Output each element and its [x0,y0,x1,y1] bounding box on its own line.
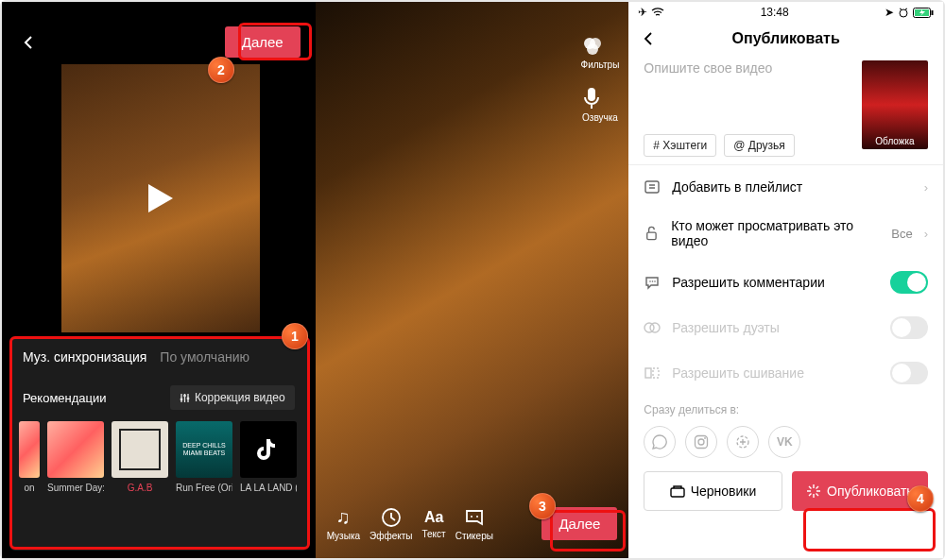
location-icon: ➤ [885,6,894,19]
svg-point-18 [655,280,657,282]
svg-point-24 [698,439,704,445]
playlist-icon [644,178,661,195]
svg-rect-22 [653,368,659,378]
panel-publish: ✈︎ 13:48 ➤ Опубликовать [628,2,943,558]
stitch-icon [644,365,661,382]
svg-point-5 [587,43,598,55]
filters-button[interactable]: Фильтры [581,36,620,70]
sliders-icon [180,393,190,403]
chevron-right-icon: › [924,227,928,241]
tiktok-icon [254,435,283,464]
row-comments: Разрешить комментарии [628,260,943,305]
status-bar: ✈︎ 13:48 ➤ [628,2,943,21]
text-icon: Aа [422,509,446,526]
music-button[interactable]: ♫ Музыка [327,506,360,541]
music-thumb-partial[interactable]: on [19,421,40,493]
svg-point-10 [900,9,907,17]
chevron-right-icon: › [924,180,928,195]
stitch-toggle [890,362,928,384]
badge-2: 2 [208,57,234,83]
share-stories-icon[interactable] [727,426,759,458]
svg-point-17 [652,280,654,282]
next-button[interactable]: Далее [225,26,301,58]
recommendations-label: Рекомендации [23,391,107,405]
back-icon[interactable] [642,32,655,45]
music-thumb[interactable]: G.A.B [112,421,168,493]
comment-icon [644,274,661,291]
music-thumb[interactable]: DEEP CHILLS MIAMI BEATS Run Free (Ori [176,421,232,493]
share-whatsapp-icon[interactable] [644,426,676,458]
badge-3: 3 [529,493,556,519]
svg-point-2 [186,397,189,399]
stickers-button[interactable]: Стикеры [455,507,493,541]
tab-music-sync[interactable]: Муз. синхронизация [23,349,146,365]
svg-point-20 [650,323,660,332]
svg-rect-27 [671,488,684,497]
text-button[interactable]: Aа Текст [422,509,446,539]
drafts-icon [670,484,685,498]
lock-icon [644,225,660,242]
share-label: Сразу делиться в: [628,396,943,420]
battery-icon [913,8,934,18]
friends-chip[interactable]: @ Друзья [724,134,794,157]
svg-point-0 [180,398,182,400]
duet-icon [644,319,661,336]
cover-button[interactable]: Обложка [862,60,928,149]
filters-icon [581,36,604,57]
page-title: Опубликовать [732,30,840,46]
tab-default[interactable]: По умолчанию [160,349,249,365]
music-panel: Муз. синхронизация По умолчанию Рекоменд… [9,336,308,551]
row-add-playlist[interactable]: Добавить в плейлист › [628,167,943,207]
badge-4: 4 [907,485,934,512]
comments-toggle[interactable] [890,271,928,294]
svg-point-9 [476,516,478,518]
music-thumb[interactable]: LA LA LAND ( [240,421,297,493]
video-preview[interactable] [61,64,260,332]
wifi-icon [651,8,664,17]
clock-icon [381,507,402,528]
svg-point-16 [650,280,652,282]
share-vk-icon[interactable]: VK [768,426,800,458]
voiceover-button[interactable]: Озвучка [582,87,618,123]
panel-music-sync: Далее Муз. синхронизация По умолчанию Ре… [2,2,316,558]
hashtags-chip[interactable]: # Хэштеги [644,134,716,157]
sticker-icon [464,507,485,528]
play-icon[interactable] [146,182,175,214]
row-privacy[interactable]: Кто может просматривать это видео Все › [628,207,943,260]
svg-rect-15 [647,232,656,240]
svg-point-8 [471,516,472,518]
share-instagram-icon[interactable] [685,426,717,458]
effects-button[interactable]: Эффекты [369,507,412,541]
back-icon[interactable] [21,35,36,50]
panel-editor: Фильтры Озвучка ♫ Музыка Эффекты Aа Текс… [316,2,629,558]
privacy-value: Все [891,227,912,241]
video-correction-button[interactable]: Коррекция видео [170,385,295,410]
svg-rect-6 [588,88,595,101]
alarm-icon [898,7,909,18]
video-correction-label: Коррекция видео [195,391,285,404]
badge-1: 1 [282,323,308,349]
publish-button[interactable]: Опубликовать [792,471,928,511]
status-time: 13:48 [761,6,789,19]
music-thumb[interactable]: Summer Day: [47,421,104,493]
music-icon: ♫ [327,506,360,528]
svg-point-25 [704,437,706,439]
drafts-button[interactable]: Черновики [644,471,782,511]
svg-point-1 [183,394,186,397]
airplane-icon: ✈︎ [638,6,647,19]
row-duet: Разрешить дуэты [628,305,943,350]
mic-icon [582,87,601,110]
row-stitch: Разрешить сшивание [628,350,943,396]
svg-rect-21 [645,368,651,378]
svg-rect-14 [645,181,659,193]
svg-rect-13 [932,10,934,15]
sparkle-icon [806,484,821,499]
duet-toggle [890,316,928,339]
